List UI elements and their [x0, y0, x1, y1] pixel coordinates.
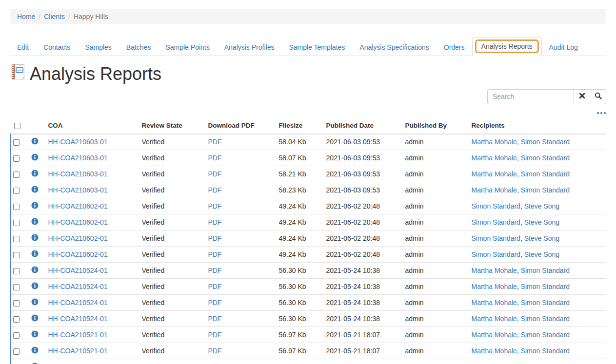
coa-link[interactable]: HH-COA210602-01 — [48, 234, 108, 242]
column-header-filesize[interactable]: Filesize — [279, 118, 326, 134]
tab-link-analysis-profiles[interactable]: Analysis Profiles — [217, 38, 282, 56]
pdf-download-link[interactable]: PDF — [208, 154, 222, 162]
column-header-recipients[interactable]: Recipients — [472, 118, 607, 134]
info-icon[interactable] — [31, 250, 39, 259]
recipient-link[interactable]: Martha Mohale — [472, 267, 517, 274]
coa-link[interactable]: HH-COA210521-01 — [48, 347, 108, 355]
recipient-link[interactable]: Steve Song — [524, 218, 559, 226]
tab-link-analysis-reports[interactable]: Analysis Reports — [473, 38, 541, 56]
row-checkbox[interactable] — [13, 236, 20, 242]
recipient-link[interactable]: Martha Mohale — [472, 283, 517, 290]
info-icon[interactable] — [31, 346, 39, 355]
recipient-link[interactable]: Martha Mohale — [472, 331, 517, 339]
info-icon[interactable] — [31, 137, 39, 146]
row-checkbox[interactable] — [13, 155, 20, 162]
tab-link-audit-log[interactable]: Audit Log — [542, 38, 585, 56]
recipient-link[interactable]: Martha Mohale — [472, 315, 517, 323]
coa-link[interactable]: HH-COA210603-01 — [48, 170, 108, 178]
info-icon[interactable] — [31, 186, 39, 194]
pdf-download-link[interactable]: PDF — [208, 218, 222, 226]
coa-link[interactable]: HH-COA210524-01 — [48, 299, 108, 307]
search-input[interactable] — [487, 89, 574, 104]
pdf-download-link[interactable]: PDF — [208, 202, 222, 210]
recipient-link[interactable]: Simon Standard — [521, 283, 570, 290]
recipient-link[interactable]: Martha Mohale — [472, 138, 517, 146]
pdf-download-link[interactable]: PDF — [208, 299, 222, 307]
info-icon[interactable] — [31, 202, 39, 211]
row-checkbox[interactable] — [13, 172, 20, 178]
tab-link-contacts[interactable]: Contacts — [36, 38, 78, 56]
tab-link-orders[interactable]: Orders — [437, 38, 472, 56]
coa-link[interactable]: HH-COA210521-01 — [48, 331, 108, 339]
coa-link[interactable]: HH-COA210524-01 — [48, 267, 108, 274]
recipient-link[interactable]: Simon Standard — [521, 347, 570, 355]
recipient-link[interactable]: Simon Standard — [521, 267, 570, 274]
recipient-link[interactable]: Simon Standard — [472, 202, 520, 210]
select-all-checkbox[interactable] — [14, 123, 20, 129]
recipient-link[interactable]: Simon Standard — [521, 154, 570, 162]
pdf-download-link[interactable]: PDF — [208, 170, 222, 178]
row-checkbox[interactable] — [13, 204, 20, 210]
row-checkbox[interactable] — [13, 139, 20, 146]
recipient-link[interactable]: Simon Standard — [472, 250, 520, 258]
recipient-link[interactable]: Martha Mohale — [472, 347, 517, 355]
pdf-download-link[interactable]: PDF — [208, 347, 222, 355]
tab-link-analysis-specifications[interactable]: Analysis Specifications — [352, 38, 436, 56]
row-checkbox[interactable] — [13, 268, 20, 274]
pdf-download-link[interactable]: PDF — [208, 267, 222, 274]
recipient-link[interactable]: Steve Song — [524, 250, 559, 258]
recipient-link[interactable]: Simon Standard — [521, 170, 570, 178]
tab-link-sample-points[interactable]: Sample Points — [158, 38, 217, 56]
info-icon[interactable] — [31, 330, 39, 339]
search-button[interactable] — [590, 89, 606, 104]
row-checkbox[interactable] — [13, 220, 20, 226]
info-icon[interactable] — [31, 170, 39, 178]
column-header-download-pdf[interactable]: Download PDF — [208, 118, 279, 134]
recipient-link[interactable]: Steve Song — [524, 202, 559, 210]
pdf-download-link[interactable]: PDF — [208, 331, 222, 339]
info-icon[interactable] — [31, 266, 39, 275]
info-icon[interactable] — [31, 218, 39, 227]
info-icon[interactable] — [31, 234, 39, 243]
coa-link[interactable]: HH-COA210524-01 — [48, 283, 108, 290]
row-checkbox[interactable] — [13, 316, 20, 323]
pdf-download-link[interactable]: PDF — [208, 234, 222, 242]
recipient-link[interactable]: Martha Mohale — [472, 186, 517, 194]
coa-link[interactable]: HH-COA210603-01 — [48, 186, 108, 194]
recipient-link[interactable]: Martha Mohale — [472, 170, 517, 178]
column-header-published-date[interactable]: Published Date — [326, 118, 405, 134]
pdf-download-link[interactable]: PDF — [208, 250, 222, 258]
coa-link[interactable]: HH-COA210602-01 — [48, 202, 108, 210]
tab-link-samples[interactable]: Samples — [78, 38, 119, 56]
row-checkbox[interactable] — [13, 348, 20, 355]
column-header-published-by[interactable]: Published By — [405, 118, 472, 134]
recipient-link[interactable]: Martha Mohale — [472, 299, 517, 307]
column-header-review-state[interactable]: Review State — [142, 118, 208, 134]
info-icon[interactable] — [31, 314, 39, 323]
info-icon[interactable] — [31, 298, 39, 307]
recipient-link[interactable]: Simon Standard — [521, 331, 570, 339]
recipient-link[interactable]: Simon Standard — [472, 234, 520, 242]
recipient-link[interactable]: Simon Standard — [521, 138, 570, 146]
coa-link[interactable]: HH-COA210603-01 — [48, 154, 108, 162]
recipient-link[interactable]: Steve Song — [524, 234, 559, 242]
coa-link[interactable]: HH-COA210602-01 — [48, 218, 108, 226]
recipient-link[interactable]: Simon Standard — [521, 186, 570, 194]
toggle-columns-button[interactable] — [596, 111, 606, 115]
info-icon[interactable] — [31, 282, 39, 291]
clear-search-button[interactable] — [574, 89, 590, 104]
row-checkbox[interactable] — [13, 284, 20, 290]
row-checkbox[interactable] — [13, 252, 20, 258]
row-checkbox[interactable] — [13, 332, 20, 339]
pdf-download-link[interactable]: PDF — [208, 138, 222, 146]
coa-link[interactable]: HH-COA210603-01 — [48, 138, 108, 146]
recipient-link[interactable]: Simon Standard — [521, 315, 570, 323]
pdf-download-link[interactable]: PDF — [208, 283, 222, 290]
tab-link-edit[interactable]: Edit — [10, 38, 36, 56]
breadcrumb-item-home[interactable]: Home — [17, 13, 35, 20]
coa-link[interactable]: HH-COA210602-01 — [48, 250, 108, 258]
breadcrumb-item-clients[interactable]: Clients — [44, 13, 65, 20]
row-checkbox[interactable] — [13, 188, 20, 194]
tab-link-batches[interactable]: Batches — [119, 38, 159, 56]
pdf-download-link[interactable]: PDF — [208, 186, 222, 194]
